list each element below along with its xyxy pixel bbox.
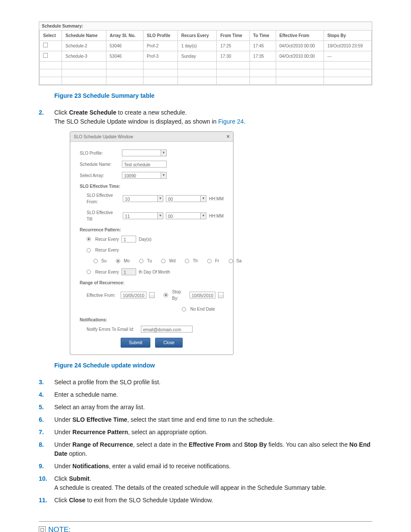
day-radio-fr[interactable] bbox=[207, 259, 212, 263]
table-row: Schedule-2 53046 Prof-2 1 day(s) 17:25 1… bbox=[40, 41, 372, 51]
chevron-down-icon[interactable]: ▼ bbox=[157, 195, 163, 202]
section-recurrence: Recurrence Pattern: bbox=[80, 227, 224, 233]
stop-by-date[interactable]: 10/05/2010 bbox=[190, 292, 215, 299]
step-5: 5.Select an array from the array list. bbox=[39, 403, 372, 412]
day-radio-th[interactable] bbox=[185, 259, 189, 263]
radio-recur-days[interactable] bbox=[87, 237, 91, 241]
label-schedule-name: Schedule Name: bbox=[80, 161, 119, 168]
table-header-row: Select Schedule Name Array Sl. No. SLO P… bbox=[40, 31, 372, 41]
note-title-text: NOTE: bbox=[48, 524, 71, 532]
chevron-down-icon[interactable]: ▼ bbox=[157, 212, 163, 219]
step-number: 2. bbox=[39, 108, 44, 117]
hhmm-label: HH:MM bbox=[209, 213, 224, 219]
col-to: To Time bbox=[249, 31, 276, 41]
col-from: From Time bbox=[217, 31, 249, 41]
step-2: 2. Click Create Schedule to create a new… bbox=[39, 108, 372, 370]
label-select-array: Select Array: bbox=[80, 172, 119, 179]
effective-from-date[interactable]: 10/05/2010 bbox=[121, 292, 146, 299]
recur-days-input[interactable]: 1 bbox=[121, 236, 136, 243]
step-11: 11.Click Close to exit from the SLO Sche… bbox=[39, 496, 372, 505]
calendar-icon[interactable] bbox=[149, 292, 155, 298]
slo-schedule-update-dialog: SLO Schedule Update Window × SLO Profile… bbox=[70, 131, 234, 355]
step-7: 7.Under Recurrence Pattern, select an ap… bbox=[39, 428, 372, 437]
step-4: 4.Enter a schedule name. bbox=[39, 390, 372, 399]
day-radio-tu[interactable] bbox=[139, 259, 143, 263]
label-effective-from: Effective From: bbox=[87, 292, 118, 299]
day-radio-sa[interactable] bbox=[229, 259, 233, 263]
section-notifications: Notifications: bbox=[80, 317, 224, 323]
chevron-down-icon[interactable]: ▼ bbox=[200, 212, 206, 219]
table-row-empty bbox=[40, 77, 372, 85]
day-of-month-input[interactable]: 1 bbox=[121, 268, 136, 275]
row-checkbox[interactable] bbox=[43, 53, 48, 58]
eff-from-hour[interactable]: 10▼ bbox=[123, 195, 163, 202]
day-radio-su[interactable] bbox=[93, 259, 98, 263]
hhmm-label: HH:MM bbox=[209, 196, 224, 202]
table-row-empty bbox=[40, 69, 372, 77]
notify-email-input[interactable]: email@domain.com bbox=[141, 326, 193, 333]
label-notify-email: Notify Errors To Email Id: bbox=[87, 326, 138, 333]
schedule-summary-title: Schedule Summary: bbox=[39, 22, 372, 30]
table-row: Schedule-3 53046 Prof-3 Sunday 17:30 17:… bbox=[40, 51, 372, 62]
schedule-summary-table: Schedule Summary: Select Schedule Name A… bbox=[39, 22, 372, 85]
radio-recur-weekdays[interactable] bbox=[87, 248, 91, 252]
eff-till-hour[interactable]: 11▼ bbox=[123, 212, 163, 219]
step-8: 8.Under Range of Recurrence, select a da… bbox=[39, 440, 372, 458]
close-button[interactable]: Close bbox=[155, 338, 183, 348]
table-row-empty bbox=[40, 62, 372, 69]
dialog-titlebar: SLO Schedule Update Window × bbox=[70, 132, 233, 142]
submit-button[interactable]: Submit bbox=[121, 338, 150, 348]
col-name: Schedule Name bbox=[62, 31, 106, 41]
close-icon[interactable]: × bbox=[227, 133, 230, 140]
section-effective-time: SLO Effective Time: bbox=[80, 183, 224, 190]
figure-23-caption: Figure 23 Schedule Summary table bbox=[54, 91, 372, 100]
chevron-down-icon[interactable]: ▼ bbox=[161, 172, 167, 179]
col-recurs: Recurs Every bbox=[177, 31, 217, 41]
calendar-icon[interactable] bbox=[218, 292, 224, 298]
day-radio-wd[interactable] bbox=[161, 259, 165, 263]
col-profile: SLO Profile bbox=[143, 31, 177, 41]
slo-profile-dropdown[interactable]: ▼ bbox=[122, 149, 167, 156]
step-3: 3.Select a profile from the SLO profile … bbox=[39, 378, 372, 387]
eff-till-min[interactable]: 00▼ bbox=[166, 212, 206, 219]
radio-no-end-date[interactable] bbox=[182, 307, 186, 311]
section-range: Range of Recurrence: bbox=[80, 280, 224, 286]
schedule-name-input[interactable]: Test schedule bbox=[122, 161, 167, 168]
step-6: 6.Under SLO Effective Time, select the s… bbox=[39, 415, 372, 424]
note-block: NOTE: After the created SLO schedule exp… bbox=[39, 521, 372, 532]
day-radio-mo[interactable] bbox=[116, 259, 120, 263]
radio-stop-by[interactable] bbox=[164, 293, 168, 297]
step-10: 10.Click Submit.A schedule is created. T… bbox=[39, 474, 372, 492]
select-array-dropdown[interactable]: 10090▼ bbox=[122, 172, 167, 179]
figure-24-link[interactable]: Figure 24 bbox=[218, 118, 244, 125]
label-slo-profile: SLO Profile: bbox=[80, 150, 119, 156]
step-9: 9.Under Notifications, enter a valid ema… bbox=[39, 462, 372, 471]
label-eff-till: SLO Effective Till: bbox=[87, 209, 120, 222]
eff-from-min[interactable]: 00▼ bbox=[166, 195, 206, 202]
figure-24-caption: Figure 24 Schedule update window bbox=[54, 361, 372, 370]
chevron-down-icon[interactable]: ▼ bbox=[161, 149, 167, 156]
radio-recur-monthday[interactable] bbox=[87, 270, 91, 274]
col-stops: Stops By bbox=[324, 31, 371, 41]
label-eff-from: SLO Effective From: bbox=[87, 192, 120, 205]
col-array: Array Sl. No. bbox=[106, 31, 143, 41]
note-icon bbox=[39, 526, 46, 532]
chevron-down-icon[interactable]: ▼ bbox=[200, 195, 206, 202]
col-eff: Effective From bbox=[276, 31, 324, 41]
dialog-title-text: SLO Schedule Update Window bbox=[74, 134, 133, 140]
col-select: Select bbox=[40, 31, 62, 41]
row-checkbox[interactable] bbox=[43, 43, 48, 47]
